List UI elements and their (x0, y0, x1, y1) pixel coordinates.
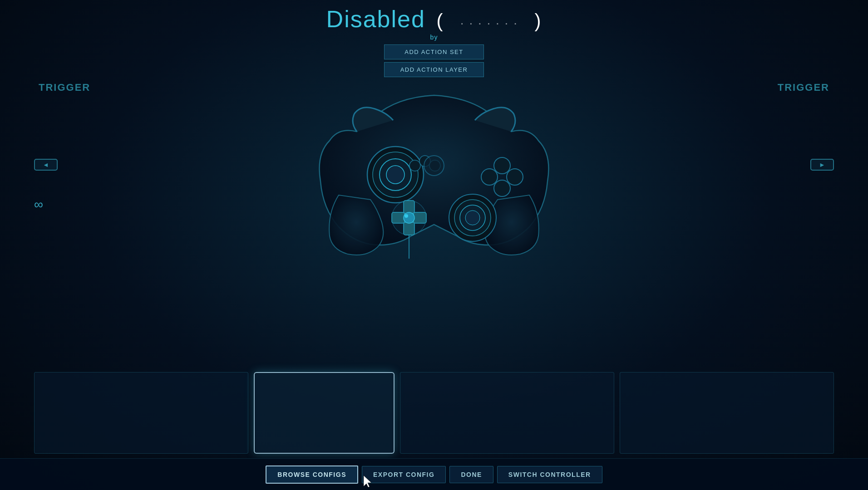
left-trigger-label: TRIGGER (39, 82, 90, 93)
right-arrow-icon: ► (819, 161, 825, 168)
panel-center-active[interactable] (254, 372, 395, 454)
svg-marker-24 (364, 475, 371, 487)
title-disabled-text: Disabled (326, 6, 425, 32)
panel-right-2 (620, 372, 834, 454)
svg-rect-6 (404, 222, 414, 235)
svg-point-21 (494, 180, 510, 196)
panel-right-1 (400, 372, 614, 454)
cursor-indicator (363, 475, 372, 489)
controller-diagram (302, 68, 566, 263)
svg-rect-8 (414, 212, 426, 223)
svg-point-3 (386, 166, 404, 184)
svg-point-20 (507, 169, 523, 185)
svg-point-15 (465, 211, 480, 225)
svg-point-16 (409, 160, 420, 171)
right-trigger-label: TRIGGER (778, 82, 829, 93)
svg-point-9 (404, 212, 414, 223)
bottom-panels (0, 372, 868, 454)
title-area: Disabled ( · · · · · · · ) by ADD ACTION… (0, 0, 868, 77)
panel-left (34, 372, 248, 454)
svg-point-19 (494, 157, 510, 174)
page-title: Disabled ( · · · · · · · ) (0, 5, 868, 33)
add-action-set-button[interactable]: ADD ACTION SET (384, 44, 484, 59)
svg-point-10 (404, 214, 408, 218)
bottom-bar: BROWSE CONFIGS EXPORT CONFIG DONE SWITCH… (0, 458, 868, 490)
svg-point-23 (424, 156, 444, 176)
done-button[interactable]: DONE (449, 466, 493, 483)
export-config-button[interactable]: EXPORT CONFIG (362, 466, 446, 483)
title-paren-open: ( (436, 10, 444, 31)
left-side-button[interactable]: ◄ (34, 159, 58, 171)
svg-rect-7 (392, 212, 404, 223)
svg-point-22 (481, 169, 498, 185)
title-paren-close: ) (534, 10, 542, 31)
infinity-icon[interactable]: ∞ (34, 197, 43, 212)
left-arrow-icon: ◄ (43, 161, 49, 168)
switch-controller-button[interactable]: SWITCH CONTROLLER (497, 466, 602, 483)
by-label: by (0, 34, 868, 41)
title-dots: · · · · · · · (460, 16, 518, 30)
browse-configs-button[interactable]: BROWSE CONFIGS (266, 466, 358, 484)
svg-rect-5 (404, 201, 414, 213)
right-side-button[interactable]: ► (810, 159, 834, 171)
